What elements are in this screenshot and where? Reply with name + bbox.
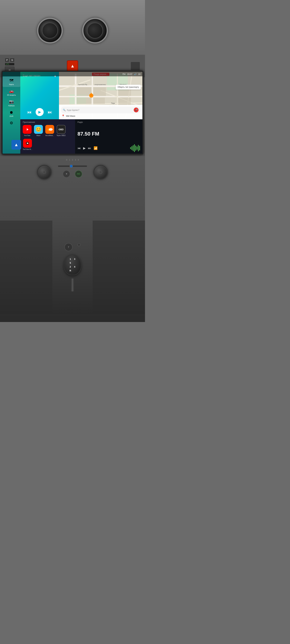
volume-value: 10 bbox=[138, 73, 140, 75]
nav-arrow-button[interactable]: ▲ bbox=[12, 140, 21, 150]
volume-icon: 🔊 bbox=[134, 73, 137, 75]
obd-label: Teyes OBD2 bbox=[57, 134, 66, 136]
hazard-button[interactable]: ▲ bbox=[67, 60, 78, 72]
left-sidebar: 🗺 Карта 🚗 3D-модель 📷 Камера ⏺ DVR ⚙ bbox=[3, 72, 20, 154]
pg-button[interactable]: P bbox=[5, 58, 9, 62]
gear-tunnel: 7 13 5 24 R bbox=[52, 220, 93, 314]
screen-content: ПН 19.07 🔊 10 🗺 Карта 🚗 3D-модель 📷 Каме… bbox=[3, 72, 142, 154]
prev-button[interactable]: ⏮ bbox=[27, 110, 32, 115]
wave-bar-6 bbox=[137, 146, 137, 150]
sidebar-dvr-label: DVR bbox=[10, 115, 13, 117]
search-icon: 🔍 bbox=[63, 109, 66, 111]
voice-button[interactable]: 🎤 bbox=[134, 108, 139, 112]
nav-arrow-icon: ▲ bbox=[14, 142, 19, 147]
temp-slider[interactable] bbox=[58, 166, 87, 167]
app-youtube[interactable]: YouTube bbox=[23, 125, 32, 136]
gear-blank2 bbox=[73, 269, 77, 272]
radio-frequency: 87.50 FM bbox=[78, 131, 140, 137]
play-icon: ▶ bbox=[38, 110, 41, 114]
top-vents-area bbox=[0, 0, 145, 61]
radio-panel: Радіо 87.50 FM ⏮ ▶ ⏭ 📶 bbox=[75, 119, 142, 154]
dash-buttons: ❄ A/C bbox=[61, 169, 84, 179]
waze-label: Waze bbox=[37, 134, 41, 136]
music-panel: Еще нет песен ✦ ⏮ ▶ ⏭ bbox=[20, 72, 59, 119]
obd-icon: OBD bbox=[57, 125, 66, 134]
youtube-label: YouTube bbox=[24, 134, 30, 136]
transport-popup[interactable]: Оберіть тип транспорту bbox=[116, 85, 141, 90]
right-knob[interactable] bbox=[93, 165, 108, 180]
transport-popup-text: Оберіть тип транспорту bbox=[118, 86, 139, 88]
location-icon: 📍 bbox=[62, 114, 65, 118]
youtube-music-label: YouTube M... bbox=[23, 148, 32, 150]
slider-handle[interactable] bbox=[70, 164, 73, 168]
wave-bar-2 bbox=[131, 146, 132, 150]
sidebar-item-map[interactable]: 🗺 Карта bbox=[3, 77, 20, 87]
wave-bar-5 bbox=[135, 146, 136, 151]
gear-circle-left[interactable]: 7 bbox=[65, 243, 73, 251]
map-search-bar: 🔍 Куди йдемо? 🎤 📍 Мій Waze bbox=[59, 105, 142, 119]
app-obd[interactable]: OBD Teyes OBD2 bbox=[57, 125, 66, 136]
date-value: 19.07 bbox=[127, 73, 132, 75]
sidebar-item-settings[interactable]: ⚙ bbox=[3, 119, 20, 128]
sidebar-map-label: Карта bbox=[9, 84, 14, 85]
day-date: ПН bbox=[122, 73, 126, 75]
left-knob-inner bbox=[43, 171, 46, 174]
wave-bar-3 bbox=[133, 145, 134, 151]
top-panels: Еще нет песен ✦ ⏮ ▶ ⏭ bbox=[20, 72, 142, 119]
bottom-panels: Приложения YouTube bbox=[20, 119, 142, 154]
gear-3: 3 bbox=[73, 257, 77, 261]
dvr-icon: ⏺ bbox=[10, 110, 13, 115]
gear-1: 1 bbox=[68, 257, 72, 261]
svg-text:Парк: Парк bbox=[111, 102, 115, 104]
svg-rect-13 bbox=[93, 87, 106, 96]
accuweather-label: AccuWeat... bbox=[46, 134, 54, 136]
radio-next-button[interactable]: ⏭ bbox=[88, 146, 91, 150]
next-button[interactable]: ⏭ bbox=[48, 110, 52, 115]
right-knob-inner bbox=[99, 171, 102, 174]
app-waze[interactable]: 😊 Waze bbox=[34, 125, 43, 136]
svg-rect-15 bbox=[93, 98, 105, 104]
radio-controls: ⏮ ▶ ⏭ 📶 bbox=[78, 144, 140, 152]
music-controls: ⏮ ▶ ⏭ bbox=[20, 108, 59, 116]
lower-car-section: 0 1 2 3 4 ❄ A/C bbox=[0, 156, 145, 220]
3d-icon: 🚗 bbox=[9, 89, 14, 94]
sidebar-item-3d[interactable]: 🚗 3D-модель bbox=[3, 87, 20, 98]
knobs-row: ❄ A/C bbox=[0, 161, 145, 184]
left-vent-inner bbox=[42, 22, 58, 39]
location-row[interactable]: 📍 Мій Waze bbox=[61, 114, 140, 118]
gear-5: 5 bbox=[68, 261, 72, 265]
app-accuweather[interactable]: AccuWeat... bbox=[45, 125, 54, 136]
ac-button[interactable]: A/C bbox=[75, 170, 82, 178]
gear-circle-center bbox=[77, 243, 81, 246]
map-panel[interactable]: Протасів Яр... спорткомплекс Бейков... х… bbox=[59, 72, 142, 119]
wave-bar-8 bbox=[139, 146, 140, 150]
sidebar-item-camera[interactable]: 📷 Камера bbox=[3, 98, 20, 108]
gear-shaft bbox=[71, 278, 74, 292]
radio-header: Радіо bbox=[78, 121, 140, 123]
search-placeholder: Куди йдемо? bbox=[67, 109, 79, 111]
sidebar-item-dvr[interactable]: ⏺ DVR bbox=[3, 108, 20, 119]
svg-rect-14 bbox=[77, 98, 91, 104]
app-youtube-music[interactable]: YouTube M... bbox=[23, 139, 32, 150]
screen-bezel: ПН 19.07 🔊 10 🗺 Карта 🚗 3D-модель 📷 Каме… bbox=[2, 71, 143, 154]
radio-play-button[interactable]: ▶ bbox=[83, 146, 86, 150]
search-input-row[interactable]: 🔍 Куди йдемо? 🎤 bbox=[61, 106, 140, 113]
svg-rect-12 bbox=[77, 87, 91, 96]
radio-prev-button[interactable]: ⏮ bbox=[78, 146, 81, 150]
wave-bar-7 bbox=[138, 145, 139, 151]
gear-4: 4 bbox=[73, 265, 77, 268]
defrost-button[interactable]: ❄ bbox=[63, 170, 70, 178]
youtube-music-icon bbox=[23, 139, 32, 148]
gear-2: 2 bbox=[68, 265, 72, 268]
left-knob[interactable] bbox=[37, 165, 52, 180]
gear-knob[interactable]: 13 5 24 R bbox=[64, 254, 81, 275]
g-button[interactable]: G bbox=[10, 58, 15, 62]
radio-waveform bbox=[130, 144, 140, 152]
play-button[interactable]: ▶ bbox=[36, 108, 44, 116]
right-vent bbox=[82, 18, 108, 44]
youtube-icon bbox=[23, 125, 32, 134]
gear-R: R bbox=[68, 269, 72, 272]
status-bar: ПН 19.07 🔊 10 bbox=[3, 72, 142, 76]
lpg-button[interactable]: LPG bbox=[5, 63, 15, 66]
accuweather-icon bbox=[45, 125, 54, 134]
